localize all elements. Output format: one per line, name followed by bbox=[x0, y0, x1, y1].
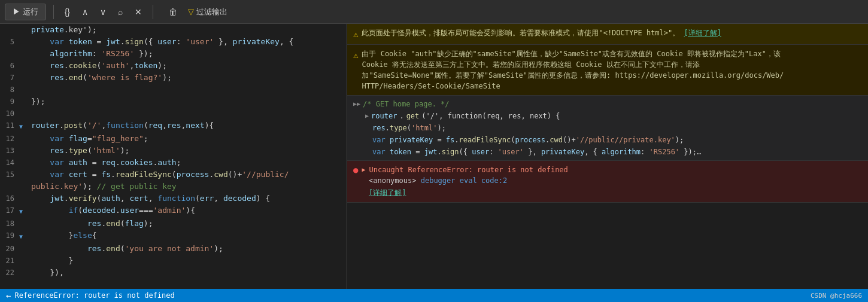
code-panel: private.key'); 5 var token = jwt.sign({ … bbox=[0, 24, 347, 289]
code-line: 19 ▼ }else{ bbox=[0, 230, 347, 243]
code-line: public.key'); // get public key bbox=[0, 181, 347, 193]
code-line: 15 var cert = fs.readFileSync(process.cw… bbox=[0, 169, 347, 181]
warning-message-1: ⚠ 此页面处于怪异模式，排版布局可能会受到影响。若需要标准模式，请使用"<!DO… bbox=[347, 24, 868, 45]
code-line: 6 res.cookie('auth',token); bbox=[0, 60, 347, 72]
debugger-link[interactable]: debugger eval code:2 bbox=[421, 176, 508, 185]
code-line: 5 var token = jwt.sign({ user: 'user' },… bbox=[0, 36, 347, 48]
search-button[interactable]: ⌕ bbox=[114, 5, 126, 19]
code-line: 17 ▼ if(decoded.user==='admin'){ bbox=[0, 205, 347, 218]
error-title: Uncaught ReferenceError: router is not d… bbox=[369, 166, 567, 174]
code-line: private.key'); bbox=[0, 24, 347, 36]
main-content: private.key'); 5 var token = jwt.sign({ … bbox=[0, 24, 868, 289]
warning-text-1: 此页面处于怪异模式，排版布局可能会受到影响。若需要标准模式，请使用"<!DOCT… bbox=[362, 29, 679, 37]
up-button[interactable]: ∧ bbox=[78, 5, 92, 19]
error-detail-link[interactable]: [详细了解] bbox=[369, 188, 406, 197]
code-line: 8 bbox=[0, 84, 347, 96]
code-line: 16 jwt.verify(auth, cert, function(err, … bbox=[0, 193, 347, 205]
error-expand-arrow[interactable]: ▶ bbox=[362, 166, 365, 173]
filter-label: 过滤输出 bbox=[196, 7, 227, 17]
status-bar: ← ReferenceError: router is not defined … bbox=[0, 289, 868, 302]
code-line: 9 }); bbox=[0, 96, 347, 108]
toolbar-separator2 bbox=[153, 5, 153, 19]
warning-link-1[interactable]: [详细了解] bbox=[684, 29, 721, 37]
warning-icon-2: ⚠ bbox=[353, 49, 358, 62]
run-label: ▶ 运行 bbox=[13, 7, 38, 17]
error-block: ● ▶ Uncaught ReferenceError: router is n… bbox=[347, 161, 868, 203]
warning-message-2: ⚠ 由于 Cookie "auth"缺少正确的"sameSite"属性值，缺少"… bbox=[347, 45, 868, 96]
code-line: 18 res.end(flag); bbox=[0, 218, 347, 230]
code-lines: private.key'); 5 var token = jwt.sign({ … bbox=[0, 24, 347, 289]
code-line: 14 var auth = req.cookies.auth; bbox=[0, 157, 347, 169]
run-button[interactable]: ▶ 运行 bbox=[5, 4, 46, 20]
filter-button[interactable]: ▽ 过滤输出 bbox=[183, 4, 232, 20]
code-line: 13 res.type('html'); bbox=[0, 145, 347, 157]
console-panel: ⚠ 此页面处于怪异模式，排版布局可能会受到影响。若需要标准模式，请使用"<!DO… bbox=[347, 24, 868, 289]
expand-arrow-11[interactable]: ▼ bbox=[19, 120, 29, 133]
code-line: 21 } bbox=[0, 255, 347, 267]
down-button[interactable]: ∨ bbox=[96, 5, 110, 19]
error-icon: ● bbox=[353, 165, 358, 175]
warning-icon-1: ⚠ bbox=[353, 28, 358, 41]
toolbar-right: 🗑 ▽ 过滤输出 bbox=[165, 4, 232, 20]
code-line: 22 }), bbox=[0, 267, 347, 279]
code-line: 12 var flag="flag_here"; bbox=[0, 133, 347, 145]
expand-arrow-17[interactable]: ▼ bbox=[19, 205, 29, 218]
expand-inner-icon[interactable]: ▶ bbox=[365, 110, 369, 122]
console-code-block: ▶▶ /* GET home page. */ ▶ router.get('/'… bbox=[347, 96, 868, 161]
code-line: algorithm: 'RS256' }); bbox=[0, 48, 347, 60]
trash-button[interactable]: 🗑 bbox=[165, 5, 181, 19]
expand-icon[interactable]: ▶▶ bbox=[353, 98, 360, 110]
expand-arrow-19[interactable]: ▼ bbox=[19, 230, 29, 243]
status-arrow-icon: ← bbox=[6, 291, 11, 300]
code-line: 7 res.end('where is flag?'); bbox=[0, 72, 347, 84]
status-watermark: CSDN @hcja666 bbox=[811, 292, 862, 300]
code-line: 20 res.end('you are not admin'); bbox=[0, 243, 347, 255]
code-line: 11 ▼ router.post('/',function(req,res,ne… bbox=[0, 120, 347, 133]
toolbar: ▶ 运行 {} ∧ ∨ ⌕ ✕ 🗑 ▽ 过滤输出 bbox=[0, 0, 868, 24]
braces-button[interactable]: {} bbox=[61, 5, 74, 19]
toolbar-separator bbox=[53, 5, 54, 19]
status-error-text: ReferenceError: router is not defined bbox=[14, 291, 174, 300]
close-button[interactable]: ✕ bbox=[131, 5, 145, 19]
code-line: 10 bbox=[0, 108, 347, 120]
